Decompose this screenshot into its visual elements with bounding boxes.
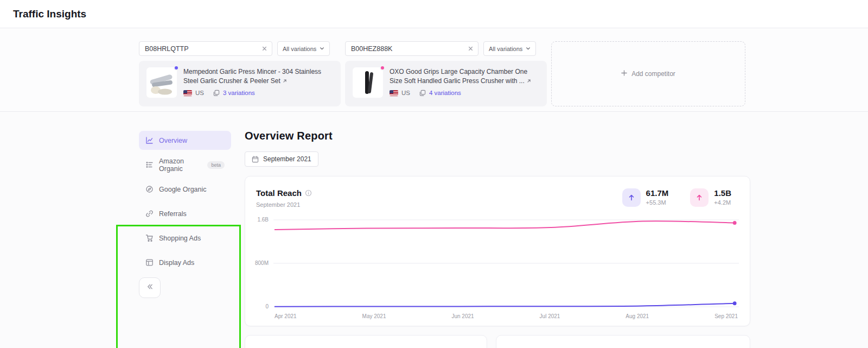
x-tick-label: Jun 2021 bbox=[451, 313, 474, 319]
sidebar-item-label: Display Ads bbox=[159, 259, 194, 267]
product-image bbox=[146, 67, 177, 98]
variations-icon bbox=[213, 90, 220, 97]
total-reach-card: Total Reach September 2021 bbox=[245, 176, 750, 326]
sidebar-item-display-ads[interactable]: Display Ads bbox=[139, 253, 231, 272]
plus-icon bbox=[621, 70, 627, 78]
us-flag-icon bbox=[390, 90, 398, 96]
stat-value: 61.7M bbox=[646, 188, 669, 198]
series-color-dot bbox=[380, 65, 385, 71]
bottom-card-partial bbox=[245, 335, 487, 348]
content-area: Overview Amazon Organic beta Google Orga… bbox=[0, 112, 868, 348]
y-tick-label: 0 bbox=[265, 303, 269, 309]
card-title: Total Reach bbox=[256, 188, 302, 198]
asin-input-1[interactable]: B08HRLQTTP bbox=[139, 41, 272, 56]
x-axis-labels: Apr 2021May 2021Jun 2021Jul 2021Aug 2021… bbox=[273, 313, 739, 319]
x-tick-label: Aug 2021 bbox=[626, 313, 649, 319]
sidebar-item-label: Shopping Ads bbox=[159, 235, 201, 242]
beta-badge: beta bbox=[207, 161, 225, 169]
page-title: Traffic Insights bbox=[13, 8, 86, 20]
info-icon[interactable] bbox=[305, 189, 312, 197]
x-tick-label: Jul 2021 bbox=[540, 313, 560, 319]
total-reach-chart: 1.6B800M0 Apr 2021May 2021Jun 2021Jul 20… bbox=[273, 216, 739, 319]
competitor-band: B08HRLQTTP All variations bbox=[0, 28, 868, 112]
report-sidebar: Overview Amazon Organic beta Google Orga… bbox=[139, 131, 231, 348]
sidebar-item-amazon-organic[interactable]: Amazon Organic beta bbox=[139, 155, 231, 174]
date-filter-label: September 2021 bbox=[263, 155, 311, 163]
add-competitor-button[interactable]: Add competitor bbox=[551, 41, 745, 106]
arrow-up-icon bbox=[622, 188, 641, 207]
product-image bbox=[353, 67, 383, 98]
variations-link[interactable]: 3 variations bbox=[223, 90, 255, 96]
sidebar-item-label: Google Organic bbox=[159, 186, 207, 193]
clear-asin-icon[interactable] bbox=[468, 46, 474, 52]
variations-filter-label: All variations bbox=[283, 46, 316, 52]
bottom-card-partial bbox=[496, 335, 750, 348]
country-label: US bbox=[195, 90, 204, 96]
card-subtitle: September 2021 bbox=[256, 201, 312, 208]
report-main: Overview Report September 2021 Total Rea… bbox=[245, 112, 750, 348]
stat-chip-product: 61.7M +55.3M bbox=[622, 188, 669, 207]
add-competitor-label: Add competitor bbox=[631, 70, 675, 78]
product-column-2: B00HEZ888K All variations bbox=[345, 41, 547, 106]
external-link-icon bbox=[282, 77, 288, 86]
report-title: Overview Report bbox=[245, 130, 750, 142]
x-tick-label: Apr 2021 bbox=[275, 313, 297, 319]
asin-value: B08HRLQTTP bbox=[145, 45, 261, 53]
clear-asin-icon[interactable] bbox=[261, 46, 267, 52]
stat-chip-category: 1.5B +4.2M bbox=[690, 188, 731, 207]
sidebar-item-shopping-ads[interactable]: Shopping Ads bbox=[139, 229, 231, 248]
arrow-up-icon bbox=[690, 188, 709, 207]
variations-filter-dropdown-1[interactable]: All variations bbox=[277, 41, 330, 56]
external-link-icon bbox=[526, 77, 532, 86]
series-color-dot bbox=[174, 65, 179, 71]
traffic-insights-page: Traffic Insights B08HRLQTTP All variatio… bbox=[0, 0, 868, 348]
us-flag-icon bbox=[183, 90, 192, 96]
stat-delta: +4.2M bbox=[714, 199, 731, 206]
variations-link[interactable]: 4 variations bbox=[429, 90, 461, 96]
bottom-cards-row bbox=[245, 335, 750, 348]
stat-value: 1.5B bbox=[714, 188, 731, 198]
double-chevron-left-icon bbox=[146, 283, 154, 293]
chevron-down-icon bbox=[526, 46, 531, 52]
product-card: Mempedont Garlic Press Mincer - 304 Stai… bbox=[139, 61, 341, 106]
header: Traffic Insights bbox=[0, 0, 868, 28]
cart-icon bbox=[145, 234, 154, 242]
product-card: OXO Good Grips Large Capacity Chamber On… bbox=[345, 61, 547, 106]
product-title-link[interactable]: OXO Good Grips Large Capacity Chamber On… bbox=[390, 67, 539, 86]
calendar-icon bbox=[252, 156, 259, 163]
sidebar-item-google-organic[interactable]: Google Organic bbox=[139, 180, 231, 199]
sidebar-item-label: Amazon Organic bbox=[159, 157, 200, 173]
variations-filter-dropdown-2[interactable]: All variations bbox=[483, 41, 536, 56]
compass-icon bbox=[145, 185, 154, 193]
variations-filter-label: All variations bbox=[489, 46, 522, 52]
sidebar-item-overview[interactable]: Overview bbox=[139, 131, 231, 150]
x-tick-label: Sep 2021 bbox=[714, 313, 738, 319]
sidebar-item-label: Overview bbox=[159, 137, 187, 144]
stat-delta: +55.3M bbox=[646, 199, 669, 206]
link-icon bbox=[145, 210, 154, 218]
y-tick-label: 1.6B bbox=[257, 217, 269, 223]
sidebar-item-label: Referrals bbox=[159, 210, 187, 218]
y-tick-label: 800M bbox=[255, 260, 269, 266]
product-title-link[interactable]: Mempedont Garlic Press Mincer - 304 Stai… bbox=[183, 67, 333, 86]
ranking-list-icon bbox=[145, 161, 154, 169]
asin-value: B00HEZ888K bbox=[351, 45, 468, 53]
date-filter-button[interactable]: September 2021 bbox=[245, 151, 318, 167]
country-label: US bbox=[401, 90, 410, 96]
line-chart-icon bbox=[145, 136, 154, 144]
product-column-1: B08HRLQTTP All variations bbox=[139, 41, 341, 106]
stats-group: 61.7M +55.3M 1.5B +4.2M bbox=[622, 188, 739, 207]
collapse-sidebar-button[interactable] bbox=[139, 277, 161, 298]
asin-input-2[interactable]: B00HEZ888K bbox=[345, 41, 478, 56]
sidebar-item-referrals[interactable]: Referrals bbox=[139, 204, 231, 223]
chevron-down-icon bbox=[320, 46, 324, 52]
line-chart bbox=[273, 216, 739, 311]
layout-icon bbox=[145, 258, 154, 267]
x-tick-label: May 2021 bbox=[362, 313, 386, 319]
variations-icon bbox=[419, 90, 426, 97]
